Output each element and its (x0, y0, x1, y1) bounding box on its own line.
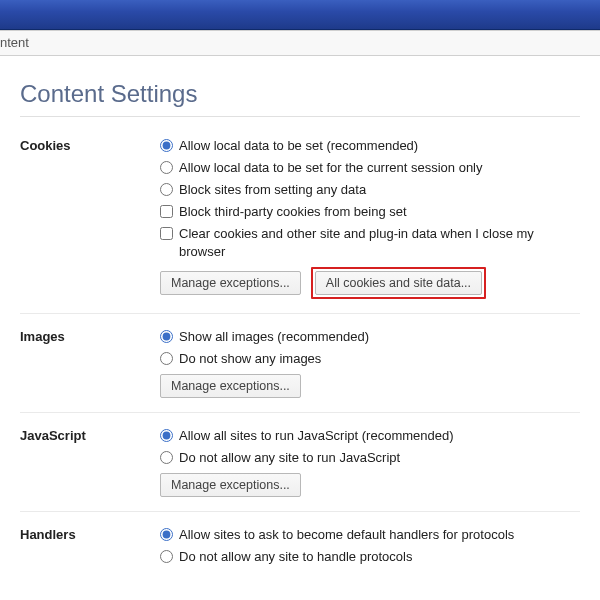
label-cookies-allow[interactable]: Allow local data to be set (recommended) (179, 137, 418, 155)
label-js-block[interactable]: Do not allow any site to run JavaScript (179, 449, 400, 467)
radio-handlers-block[interactable] (160, 550, 173, 563)
page-title: Content Settings (20, 80, 580, 108)
title-divider (20, 116, 580, 117)
manage-exceptions-js-button[interactable]: Manage exceptions... (160, 473, 301, 497)
manage-exceptions-cookies-button[interactable]: Manage exceptions... (160, 271, 301, 295)
section-label-cookies: Cookies (20, 137, 160, 299)
section-label-handlers: Handlers (20, 526, 160, 570)
toolbar: ntent (0, 30, 600, 56)
label-images-hide[interactable]: Do not show any images (179, 350, 321, 368)
section-handlers: Handlers Allow sites to ask to become de… (20, 526, 580, 584)
label-cookies-block[interactable]: Block sites from setting any data (179, 181, 366, 199)
window-titlebar (0, 0, 600, 30)
label-cookies-session[interactable]: Allow local data to be set for the curre… (179, 159, 483, 177)
checkbox-block-third-party[interactable] (160, 205, 173, 218)
radio-images-hide[interactable] (160, 352, 173, 365)
label-images-show[interactable]: Show all images (recommended) (179, 328, 369, 346)
section-images: Images Show all images (recommended) Do … (20, 328, 580, 413)
label-handlers-allow[interactable]: Allow sites to ask to become default han… (179, 526, 514, 544)
label-handlers-block[interactable]: Do not allow any site to handle protocol… (179, 548, 412, 566)
checkbox-clear-on-exit[interactable] (160, 227, 173, 240)
manage-exceptions-images-button[interactable]: Manage exceptions... (160, 374, 301, 398)
label-clear-on-exit[interactable]: Clear cookies and other site and plug-in… (179, 225, 580, 261)
radio-js-block[interactable] (160, 451, 173, 464)
radio-js-allow[interactable] (160, 429, 173, 442)
section-cookies: Cookies Allow local data to be set (reco… (20, 137, 580, 314)
section-label-images: Images (20, 328, 160, 398)
breadcrumb-fragment: ntent (0, 35, 29, 50)
label-js-allow[interactable]: Allow all sites to run JavaScript (recom… (179, 427, 454, 445)
radio-handlers-allow[interactable] (160, 528, 173, 541)
label-block-third-party[interactable]: Block third-party cookies from being set (179, 203, 407, 221)
radio-images-show[interactable] (160, 330, 173, 343)
highlight-all-cookies: All cookies and site data... (311, 267, 486, 299)
section-javascript: JavaScript Allow all sites to run JavaSc… (20, 427, 580, 512)
radio-cookies-block[interactable] (160, 183, 173, 196)
all-cookies-button[interactable]: All cookies and site data... (315, 271, 482, 295)
content-area: Content Settings Cookies Allow local dat… (0, 56, 600, 584)
section-label-javascript: JavaScript (20, 427, 160, 497)
radio-cookies-allow[interactable] (160, 139, 173, 152)
radio-cookies-session[interactable] (160, 161, 173, 174)
